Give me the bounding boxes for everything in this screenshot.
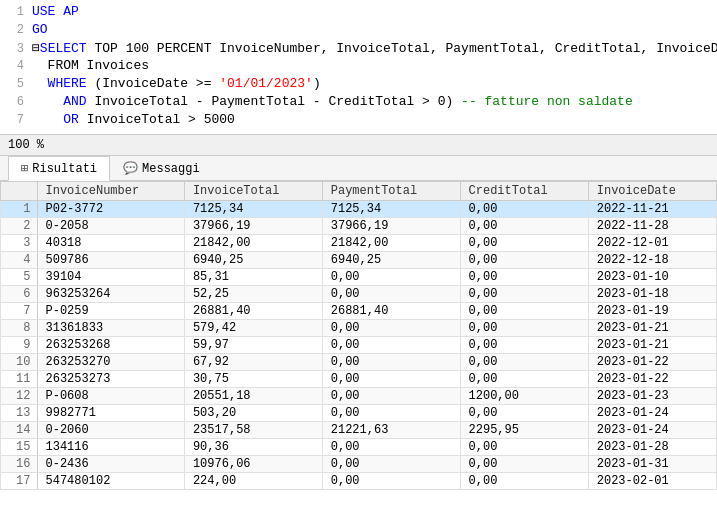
table-row[interactable]: 34031821842,0021842,000,002022-12-01 [1, 235, 717, 252]
row-number: 4 [1, 252, 38, 269]
table-row[interactable]: 926325326859,970,000,002023-01-21 [1, 337, 717, 354]
row-number: 14 [1, 422, 38, 439]
code-editor: 1USE AP2GO3⊟SELECT TOP 100 PERCENT Invoi… [0, 0, 717, 135]
code-content: GO [32, 22, 713, 37]
table-cell: 509786 [37, 252, 184, 269]
table-cell: 2023-01-31 [588, 456, 716, 473]
table-row[interactable]: 7P-025926881,4026881,400,002023-01-19 [1, 303, 717, 320]
tab-results[interactable]: ⊞ Risultati [8, 156, 110, 181]
table-cell: 59,97 [184, 337, 322, 354]
table-cell: 52,25 [184, 286, 322, 303]
table-cell: 21842,00 [322, 235, 460, 252]
table-cell: 7125,34 [184, 201, 322, 218]
table-cell: 37966,19 [322, 218, 460, 235]
table-cell: 0-2060 [37, 422, 184, 439]
table-cell: 963253264 [37, 286, 184, 303]
row-number: 5 [1, 269, 38, 286]
table-cell: 39104 [37, 269, 184, 286]
table-cell: 2023-02-01 [588, 473, 716, 490]
code-content: ⊟SELECT TOP 100 PERCENT InvoiceNumber, I… [32, 40, 717, 56]
line-number: 4 [4, 59, 32, 73]
table-cell: 263253273 [37, 371, 184, 388]
table-cell: P-0259 [37, 303, 184, 320]
row-number: 12 [1, 388, 38, 405]
table-cell: 0,00 [322, 473, 460, 490]
table-row[interactable]: 53910485,310,000,002023-01-10 [1, 269, 717, 286]
table-row[interactable]: 12P-060820551,180,001200,002023-01-23 [1, 388, 717, 405]
line-number: 2 [4, 23, 32, 37]
table-cell: 31361833 [37, 320, 184, 337]
column-header: InvoiceNumber [37, 182, 184, 201]
table-cell: 40318 [37, 235, 184, 252]
row-number: 13 [1, 405, 38, 422]
row-number: 16 [1, 456, 38, 473]
table-row[interactable]: 696325326452,250,000,002023-01-18 [1, 286, 717, 303]
tab-messages[interactable]: 💬 Messaggi [110, 156, 213, 180]
row-number: 3 [1, 235, 38, 252]
table-cell: 2023-01-28 [588, 439, 716, 456]
table-cell: 547480102 [37, 473, 184, 490]
table-cell: 263253268 [37, 337, 184, 354]
toolbar: 100 % [0, 135, 717, 156]
table-cell: 0,00 [460, 201, 588, 218]
table-cell: 0,00 [460, 235, 588, 252]
results-area[interactable]: InvoiceNumberInvoiceTotalPaymentTotalCre… [0, 181, 717, 531]
table-cell: 0,00 [460, 337, 588, 354]
table-cell: 90,36 [184, 439, 322, 456]
table-row[interactable]: 1126325327330,750,000,002023-01-22 [1, 371, 717, 388]
row-number: 7 [1, 303, 38, 320]
table-cell: 263253270 [37, 354, 184, 371]
table-cell: 0,00 [460, 456, 588, 473]
table-row[interactable]: 20-205837966,1937966,190,002022-11-28 [1, 218, 717, 235]
table-row[interactable]: 831361833579,420,000,002023-01-21 [1, 320, 717, 337]
table-cell: 0,00 [322, 337, 460, 354]
table-cell: 579,42 [184, 320, 322, 337]
table-row[interactable]: 140-206023517,5821221,632295,952023-01-2… [1, 422, 717, 439]
table-cell: 2022-12-18 [588, 252, 716, 269]
table-row[interactable]: 160-243610976,060,000,002023-01-31 [1, 456, 717, 473]
code-content: OR InvoiceTotal > 5000 [32, 112, 713, 127]
row-number: 11 [1, 371, 38, 388]
table-cell: 0,00 [460, 218, 588, 235]
msg-icon: 💬 [123, 161, 138, 176]
table-cell: 37966,19 [184, 218, 322, 235]
table-row[interactable]: 1026325327067,920,000,002023-01-22 [1, 354, 717, 371]
table-cell: P02-3772 [37, 201, 184, 218]
table-row[interactable]: 1P02-37727125,347125,340,002022-11-21 [1, 201, 717, 218]
table-cell: 0,00 [460, 371, 588, 388]
code-content: AND InvoiceTotal - PaymentTotal - Credit… [32, 94, 713, 109]
table-cell: 0,00 [460, 286, 588, 303]
table-cell: 26881,40 [322, 303, 460, 320]
results-table: InvoiceNumberInvoiceTotalPaymentTotalCre… [0, 181, 717, 490]
table-cell: 0-2436 [37, 456, 184, 473]
table-row[interactable]: 45097866940,256940,250,002022-12-18 [1, 252, 717, 269]
code-line: 4 FROM Invoices [0, 58, 717, 76]
line-number: 1 [4, 5, 32, 19]
line-number: 6 [4, 95, 32, 109]
table-cell: 0,00 [322, 405, 460, 422]
table-row[interactable]: 1513411690,360,000,002023-01-28 [1, 439, 717, 456]
code-line: 2GO [0, 22, 717, 40]
table-row[interactable]: 17547480102224,000,000,002023-02-01 [1, 473, 717, 490]
table-cell: 224,00 [184, 473, 322, 490]
table-cell: 0,00 [460, 473, 588, 490]
table-cell: 2022-11-28 [588, 218, 716, 235]
table-cell: 2023-01-23 [588, 388, 716, 405]
column-header: InvoiceTotal [184, 182, 322, 201]
table-row[interactable]: 139982771503,200,000,002023-01-24 [1, 405, 717, 422]
table-cell: 21221,63 [322, 422, 460, 439]
table-cell: 20551,18 [184, 388, 322, 405]
line-number: 3 [4, 42, 32, 56]
table-cell: 0,00 [322, 269, 460, 286]
column-header: InvoiceDate [588, 182, 716, 201]
table-cell: 26881,40 [184, 303, 322, 320]
table-cell: 9982771 [37, 405, 184, 422]
table-cell: 85,31 [184, 269, 322, 286]
row-number: 2 [1, 218, 38, 235]
table-cell: 7125,34 [322, 201, 460, 218]
table-cell: 2023-01-21 [588, 337, 716, 354]
table-cell: 1200,00 [460, 388, 588, 405]
code-line: 7 OR InvoiceTotal > 5000 [0, 112, 717, 130]
table-cell: 0,00 [322, 371, 460, 388]
table-cell: 2023-01-21 [588, 320, 716, 337]
